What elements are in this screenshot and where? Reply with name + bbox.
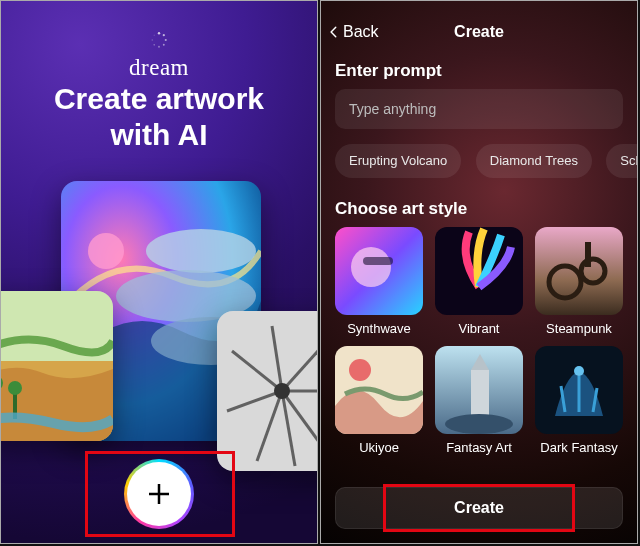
style-section-title: Choose art style <box>335 199 467 219</box>
style-tile-vibrant[interactable]: Vibrant <box>435 227 523 336</box>
chevron-left-icon <box>327 23 341 41</box>
style-label: Fantasy Art <box>435 440 523 455</box>
create-button[interactable]: Create <box>335 487 623 529</box>
nav-title: Create <box>454 23 504 41</box>
gallery-card <box>217 311 318 471</box>
style-label: Vibrant <box>435 321 523 336</box>
back-button[interactable]: Back <box>327 15 379 49</box>
style-tile-dark-fantasy[interactable]: Dark Fantasy <box>535 346 623 455</box>
spinner-icon <box>150 31 168 49</box>
svg-point-4 <box>158 46 160 48</box>
svg-point-36 <box>574 366 584 376</box>
style-label: Steampunk <box>535 321 623 336</box>
svg-point-0 <box>158 32 160 34</box>
nav-bar: Back Create <box>321 15 637 49</box>
suggestion-chip[interactable]: Diamond Trees <box>476 144 592 178</box>
svg-point-5 <box>153 44 155 46</box>
svg-point-30 <box>349 359 371 381</box>
create-button-label: Create <box>454 499 504 517</box>
prompt-input[interactable] <box>335 89 623 129</box>
svg-point-7 <box>154 35 155 36</box>
svg-rect-32 <box>471 370 489 420</box>
create-fab[interactable] <box>124 459 194 529</box>
prompt-suggestions: Erupting Volcano Diamond Trees Sch <box>335 144 637 178</box>
screen-home: dream Create artwork with AI <box>0 0 318 544</box>
headline: Create artwork with AI <box>1 81 317 153</box>
svg-rect-23 <box>363 257 393 265</box>
gallery-card <box>0 291 113 441</box>
svg-point-22 <box>351 247 391 287</box>
svg-point-2 <box>165 39 167 41</box>
svg-point-12 <box>88 233 124 269</box>
prompt-section-title: Enter prompt <box>335 61 442 81</box>
svg-rect-28 <box>585 242 591 267</box>
style-label: Synthwave <box>335 321 423 336</box>
headline-line-2: with AI <box>1 117 317 153</box>
suggestion-chip[interactable]: Erupting Volcano <box>335 144 461 178</box>
style-label: Ukiyoe <box>335 440 423 455</box>
svg-point-1 <box>163 34 165 36</box>
suggestion-chip[interactable]: Sch <box>606 144 637 178</box>
style-grid: Synthwave Vibrant Steampunk Ukiyoe Fanta… <box>335 227 623 455</box>
svg-point-20 <box>274 383 290 399</box>
svg-point-18 <box>8 381 22 395</box>
svg-point-6 <box>152 39 154 41</box>
brand-lockup: dream <box>1 31 317 81</box>
svg-point-34 <box>445 414 513 434</box>
brand-name: dream <box>1 55 317 81</box>
back-label: Back <box>343 23 379 41</box>
style-tile-ukiyoe[interactable]: Ukiyoe <box>335 346 423 455</box>
svg-point-9 <box>146 229 256 273</box>
style-tile-fantasy-art[interactable]: Fantasy Art <box>435 346 523 455</box>
style-tile-synthwave[interactable]: Synthwave <box>335 227 423 336</box>
create-fab-inner <box>127 462 191 526</box>
headline-line-1: Create artwork <box>1 81 317 117</box>
svg-point-3 <box>163 44 165 46</box>
style-tile-steampunk[interactable]: Steampunk <box>535 227 623 336</box>
style-label: Dark Fantasy <box>535 440 623 455</box>
plus-icon <box>144 479 174 509</box>
screen-create: Back Create Enter prompt Erupting Volcan… <box>320 0 638 544</box>
